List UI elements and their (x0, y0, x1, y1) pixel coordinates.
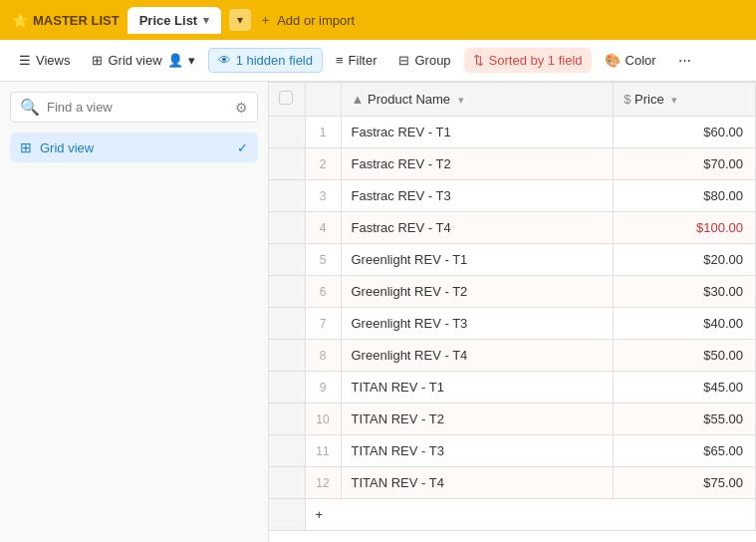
table-row: 11TITAN REV - T3$65.00 (269, 435, 756, 467)
grid-area: ▲ Product Name ▾ $ Price ▾ 1Fastrac REV … (269, 82, 756, 542)
header-checkbox[interactable] (269, 83, 305, 117)
toolbar: ☰ Views ⊞ Grid view 👤 ▾ 👁 1 hidden field… (0, 40, 756, 82)
filter-label: Filter (349, 53, 378, 68)
chevron-down-icon: ▾ (237, 13, 243, 27)
tab-label: Price List (139, 13, 198, 28)
more-button[interactable]: ⋯ (669, 48, 700, 73)
filter-button[interactable]: ≡ Filter (327, 48, 385, 73)
table-row: 3Fastrac REV - T3$80.00 (269, 180, 756, 212)
people-icon: 👤 (167, 53, 183, 68)
main-content: 🔍 ⚙ ⊞ Grid view ✓ ▲ Product Name (0, 82, 756, 542)
row-checkbox-cell (269, 148, 305, 180)
sort-icon: ⇅ (473, 53, 484, 68)
row-product-name[interactable]: TITAN REV - T1 (341, 372, 614, 404)
grid-view-button[interactable]: ⊞ Grid view 👤 ▾ (83, 48, 203, 73)
row-product-name[interactable]: TITAN REV - T4 (341, 467, 614, 499)
row-number: 8 (305, 340, 341, 372)
product-name-label: Product Name (368, 92, 450, 107)
search-icon: 🔍 (20, 98, 40, 117)
row-price: $30.00 (614, 276, 756, 308)
data-table: ▲ Product Name ▾ $ Price ▾ 1Fastrac REV … (269, 82, 756, 531)
row-product-name[interactable]: TITAN REV - T3 (341, 435, 614, 467)
price-list-tab[interactable]: Price List ▾ (127, 7, 222, 34)
row-price: $65.00 (614, 435, 756, 467)
row-product-name[interactable]: Fastrac REV - T2 (341, 148, 614, 180)
row-number: 12 (305, 467, 341, 499)
hidden-field-button[interactable]: 👁 1 hidden field (208, 48, 323, 73)
eye-icon: 👁 (218, 53, 231, 68)
color-icon: 🎨 (605, 53, 621, 68)
color-button[interactable]: 🎨 Color (596, 48, 665, 73)
row-number: 5 (305, 244, 341, 276)
hidden-field-label: 1 hidden field (236, 53, 313, 68)
row-checkbox-cell (269, 404, 305, 435)
header-row-num (305, 83, 341, 117)
filter-icon: ≡ (336, 53, 344, 68)
group-label: Group (414, 53, 450, 68)
row-product-name[interactable]: TITAN REV - T2 (341, 404, 614, 435)
row-product-name[interactable]: Fastrac REV - T4 (341, 212, 614, 244)
row-product-name[interactable]: Greenlight REV - T3 (341, 308, 614, 340)
row-number: 10 (305, 404, 341, 435)
table-row: 12TITAN REV - T4$75.00 (269, 467, 756, 499)
add-row[interactable]: + (269, 499, 756, 531)
row-checkbox-cell (269, 276, 305, 308)
header-product-name[interactable]: ▲ Product Name ▾ (341, 83, 614, 117)
header-price[interactable]: $ Price ▾ (614, 83, 756, 117)
table-row: 1Fastrac REV - T1$60.00 (269, 117, 756, 148)
add-or-import-button[interactable]: ＋ Add or import (259, 11, 355, 29)
row-product-name[interactable]: Fastrac REV - T1 (341, 117, 614, 148)
search-input[interactable] (47, 100, 228, 115)
row-price: $100.00 (614, 212, 756, 244)
grid-view-label: Grid view (40, 140, 94, 155)
row-product-name[interactable]: Greenlight REV - T1 (341, 244, 614, 276)
row-product-name[interactable]: Greenlight REV - T2 (341, 276, 614, 308)
table-row: 10TITAN REV - T2$55.00 (269, 404, 756, 435)
row-checkbox-cell (269, 372, 305, 404)
row-product-name[interactable]: Fastrac REV - T3 (341, 180, 614, 212)
gear-icon[interactable]: ⚙ (235, 100, 248, 116)
row-product-name[interactable]: Greenlight REV - T4 (341, 340, 614, 372)
views-button[interactable]: ☰ Views (10, 48, 79, 73)
menu-icon: ☰ (19, 53, 31, 68)
add-row-button[interactable]: + (305, 499, 756, 531)
row-checkbox-cell (269, 308, 305, 340)
sidebar-item-grid-view[interactable]: ⊞ Grid view ✓ (10, 133, 258, 162)
row-number: 1 (305, 117, 341, 148)
row-number: 6 (305, 276, 341, 308)
add-label: Add or import (277, 13, 355, 28)
row-price: $45.00 (614, 372, 756, 404)
price-label: Price (634, 92, 664, 107)
top-bar: ⭐ MASTER LIST Price List ▾ ▾ ＋ Add or im… (0, 0, 756, 40)
row-price: $75.00 (614, 467, 756, 499)
row-checkbox-cell (269, 244, 305, 276)
table-row: 4Fastrac REV - T4$100.00 (269, 212, 756, 244)
tab-expand-button[interactable]: ▾ (229, 9, 251, 31)
row-price: $70.00 (614, 148, 756, 180)
table-row: 2Fastrac REV - T2$70.00 (269, 148, 756, 180)
checkbox[interactable] (279, 91, 293, 105)
row-price: $60.00 (614, 117, 756, 148)
table-row: 5Greenlight REV - T1$20.00 (269, 244, 756, 276)
table-row: 8Greenlight REV - T4$50.00 (269, 340, 756, 372)
grid-view-icon: ⊞ (20, 139, 32, 155)
row-number: 3 (305, 180, 341, 212)
find-view-search[interactable]: 🔍 ⚙ (10, 92, 258, 123)
master-list-label: MASTER LIST (33, 13, 120, 28)
row-price: $40.00 (614, 308, 756, 340)
row-price: $50.00 (614, 340, 756, 372)
group-button[interactable]: ⊟ Group (389, 48, 459, 73)
plus-icon: ＋ (259, 11, 272, 29)
table-header-row: ▲ Product Name ▾ $ Price ▾ (269, 83, 756, 117)
row-number: 11 (305, 435, 341, 467)
sort-button[interactable]: ⇅ Sorted by 1 field (464, 48, 592, 73)
row-checkbox-cell (269, 340, 305, 372)
master-list-link[interactable]: ⭐ MASTER LIST (12, 13, 120, 28)
col-chevron-icon: ▾ (458, 94, 464, 106)
row-number: 4 (305, 212, 341, 244)
grid-view-label: Grid view (108, 53, 161, 68)
table-body: 1Fastrac REV - T1$60.002Fastrac REV - T2… (269, 117, 756, 499)
tab-chevron-icon: ▾ (203, 14, 209, 27)
sort-label: Sorted by 1 field (489, 53, 583, 68)
check-icon: ✓ (237, 140, 248, 155)
